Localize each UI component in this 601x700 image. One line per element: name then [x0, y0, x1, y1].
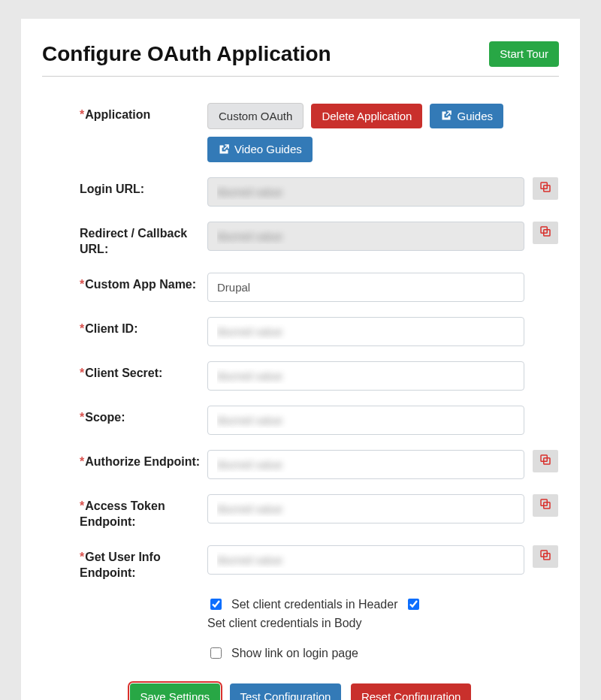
reset-configuration-button[interactable]: Reset Configuration: [351, 683, 472, 700]
client-id-label: *Client ID:: [80, 317, 207, 337]
scope-label: *Scope:: [80, 406, 207, 426]
copy-access-token-button[interactable]: [533, 494, 558, 517]
copy-authorize-button[interactable]: [533, 450, 558, 472]
authorize-endpoint-label: *Authorize Endpoint:: [80, 450, 207, 470]
copy-icon: [539, 497, 552, 513]
custom-app-name-input[interactable]: [207, 273, 524, 302]
custom-app-name-label: *Custom App Name:: [80, 273, 207, 293]
copy-login-url-button[interactable]: [533, 177, 558, 200]
save-settings-button[interactable]: Save Settings: [130, 683, 221, 700]
userinfo-endpoint-input[interactable]: [207, 545, 524, 575]
copy-userinfo-button[interactable]: [533, 545, 558, 568]
divider: [42, 76, 559, 77]
userinfo-endpoint-label: *Get User Info Endpoint:: [80, 545, 207, 581]
application-label: *Application: [80, 103, 207, 123]
client-secret-label: *Client Secret:: [80, 361, 207, 382]
credentials-body-label: Set client credentials in Body: [207, 617, 361, 630]
show-link-label: Show link on login page: [231, 647, 358, 660]
show-link-checkbox[interactable]: [210, 647, 222, 659]
redirect-url-label: Redirect / Callback URL:: [80, 222, 207, 258]
credentials-body-checkbox[interactable]: [408, 599, 419, 610]
client-secret-input[interactable]: [207, 361, 524, 391]
login-url-label: Login URL:: [80, 177, 207, 198]
login-url-input: [207, 177, 524, 207]
authorize-endpoint-input[interactable]: [207, 450, 524, 479]
credentials-header-label: Set client credentials in Header: [231, 598, 397, 611]
copy-redirect-url-button[interactable]: [533, 222, 558, 244]
external-link-icon: [440, 110, 452, 122]
video-guides-button[interactable]: Video Guides: [207, 137, 313, 162]
access-token-endpoint-label: *Access Token Endpoint:: [80, 494, 207, 530]
start-tour-button[interactable]: Start Tour: [489, 41, 559, 67]
guides-button[interactable]: Guides: [430, 104, 503, 129]
delete-application-button[interactable]: Delete Application: [311, 104, 422, 129]
client-id-input[interactable]: [207, 317, 524, 346]
test-configuration-button[interactable]: Test Configuration: [230, 683, 342, 700]
access-token-endpoint-input[interactable]: [207, 494, 524, 523]
copy-icon: [539, 225, 552, 240]
copy-icon: [539, 453, 552, 469]
copy-icon: [539, 180, 552, 196]
page-title: Configure OAuth Application: [42, 42, 331, 66]
copy-icon: [539, 548, 552, 564]
application-dropdown[interactable]: Custom OAuth: [207, 103, 304, 130]
scope-input[interactable]: [207, 406, 524, 435]
external-link-icon: [218, 143, 230, 155]
redirect-url-input: [207, 222, 524, 251]
credentials-header-checkbox[interactable]: [210, 599, 222, 610]
